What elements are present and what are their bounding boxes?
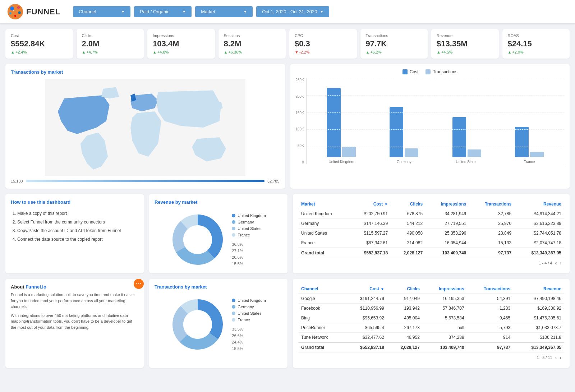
world-map-svg (11, 79, 280, 176)
kpi-sessions-change: ▲ +6.36% (224, 50, 281, 54)
kpi-revenue-arrow-icon: ▲ (437, 50, 441, 54)
col-channel: Channel (298, 284, 345, 294)
channel-table-panel: Channel Cost ▼ Clicks Impressions Transa… (293, 279, 570, 368)
logo-icon (7, 4, 23, 20)
revenue-by-market-title: Revenue by market (155, 199, 282, 205)
tx-pct-uk: 33.5% (232, 327, 266, 331)
kpi-sessions-value: 8.2M (224, 39, 281, 49)
col-transactions: Transactions (469, 199, 514, 209)
tx-donut-container: United Kingdom Germany United States Fra… (155, 298, 282, 351)
tx-donut-legend: United Kingdom Germany United States Fra… (232, 298, 266, 351)
kpi-clicks-label: Clicks (82, 33, 139, 38)
paid-organic-dropdown[interactable]: Paid / Organic ▼ (134, 6, 192, 17)
kpi-impressions-label: Impressions (153, 33, 210, 38)
table-row: Facebook $110,956.99 193,942 57,846,707 … (298, 304, 564, 313)
legend-cost-dot (402, 69, 408, 74)
channel-dropdown[interactable]: Channel ▼ (73, 6, 130, 17)
kpi-cost-change: ▲ +2.4% (11, 50, 68, 54)
col-transactions: Transactions (467, 284, 513, 294)
market-table-next-btn[interactable]: › (560, 260, 561, 266)
channel-table-prev-btn[interactable]: ‹ (555, 355, 557, 360)
funnel-io-link[interactable]: Funnel.io (26, 284, 46, 290)
more-options-button[interactable]: ··· (134, 279, 144, 289)
tx-donut-chart (171, 298, 225, 351)
kpi-cost: Cost $552.84K ▲ +2.4% (5, 29, 73, 59)
kpi-cost-value: $552.84K (11, 39, 68, 49)
kpi-roas-arrow-icon: ▲ (508, 50, 512, 54)
bar-label-us: United States (456, 160, 478, 164)
tx-legend-fr: France (232, 318, 266, 322)
kpi-revenue-value: $13.35M (437, 39, 493, 49)
market-table: Market Cost ▼ Clicks Impressions Transac… (298, 199, 564, 258)
how-to-step-1: Make a copy of this report (17, 209, 138, 218)
bar-label-uk: United Kingdom (328, 160, 354, 164)
map-panel-title: Transactions by market (11, 69, 280, 75)
svg-point-0 (8, 4, 23, 19)
donut-legend-de: Germany (232, 220, 266, 224)
kpi-sessions: Sessions 8.2M ▲ +6.36% (218, 29, 286, 59)
market-dropdown[interactable]: Market ▼ (195, 6, 253, 17)
date-arrow: ▼ (320, 10, 323, 14)
kpi-roas-change: ▲ +2.0% (508, 50, 565, 54)
bar-pair-de (390, 107, 418, 157)
svg-point-2 (17, 6, 20, 9)
bar-group-de: Germany (390, 107, 418, 164)
donut-legend: United Kingdom Germany United States Fra… (232, 213, 266, 266)
kpi-sessions-arrow-icon: ▲ (224, 50, 228, 54)
bar-de-transactions (405, 148, 418, 157)
y-axis: 250K 200K 150K 100K 50K 0 (296, 78, 306, 164)
market-table-prev-btn[interactable]: ‹ (555, 260, 557, 266)
bottom-row-2: ··· About Funnel.io Funnel is a marketin… (5, 279, 570, 368)
bar-pair-fr (515, 127, 544, 157)
kpi-transactions-arrow-icon: ▲ (366, 50, 370, 54)
col-impressions: Impressions (423, 284, 467, 294)
transactions-by-market-title: Transactions by market (155, 284, 282, 290)
bar-chart-panel: Cost Transactions 250K 200K 150K 100K 50… (290, 64, 570, 189)
col-cost[interactable]: Cost ▼ (349, 199, 391, 209)
logo: FUNNEL (7, 4, 60, 20)
svg-point-17 (183, 310, 212, 339)
main-content: Cost $552.84K ▲ +2.4% Clicks 2.0M ▲ +4.7… (0, 24, 575, 379)
kpi-transactions-label: Transactions (366, 33, 423, 38)
legend-cost: Cost (402, 69, 419, 74)
col-clicks: Clicks (387, 284, 423, 294)
donut-legend-fr: France (232, 233, 266, 237)
date-range-dropdown[interactable]: Oct 1, 2020 - Oct 31, 2020 ▼ (256, 6, 329, 17)
tx-de-dot (232, 305, 235, 309)
table-row: Germany $147,146.39 544,212 27,719,551 2… (298, 219, 564, 229)
revenue-donut-chart (171, 213, 225, 267)
bar-fr-transactions (530, 152, 544, 157)
bar-us-transactions (468, 149, 481, 157)
kpi-impressions: Impressions 103.4M ▲ +4.8% (147, 29, 215, 59)
header-dropdowns: Channel ▼ Paid / Organic ▼ Market ▼ Oct … (73, 6, 568, 17)
tx-uk-dot (232, 299, 235, 302)
tx-pct-us: 24.4% (232, 340, 266, 344)
how-to-title: How to use this dashboard (11, 199, 138, 205)
map-legend-bar (26, 180, 264, 182)
kpi-revenue: Revenue $13.35M ▲ +4.5% (431, 29, 499, 59)
about-panel: ··· About Funnel.io Funnel is a marketin… (5, 279, 144, 368)
svg-point-1 (10, 6, 14, 10)
kpi-roas-value: $24.15 (508, 39, 565, 49)
tx-pct-fr: 15.5% (232, 346, 266, 351)
market-grand-total-row: Grand total $552,837.18 2,028,127 103,40… (298, 248, 564, 258)
about-desc-2: With integrations to over 450 marketing … (11, 313, 138, 331)
donut-container: United Kingdom Germany United States Fra… (155, 213, 282, 267)
bar-label-fr: France (524, 160, 535, 164)
revenue-by-market-panel: Revenue by market United Kingdo (149, 194, 288, 273)
map-legend-min: 15,133 (11, 179, 23, 183)
chart-legend: Cost Transactions (296, 69, 565, 74)
channel-table-next-btn[interactable]: › (560, 355, 561, 360)
grid-line-200k (307, 95, 564, 96)
tx-legend-de: Germany (232, 305, 266, 309)
market-table-body: United Kingdom $202,750.91 678,875 34,28… (298, 209, 564, 258)
tx-us-dot (232, 312, 235, 315)
donut-legend-uk: United Kingdom (232, 213, 266, 218)
col-cost[interactable]: Cost ▼ (345, 284, 387, 294)
col-impressions: Impressions (426, 199, 469, 209)
col-revenue: Revenue (513, 284, 564, 294)
grid-line-50k (307, 147, 564, 147)
how-to-step-2: Select Funnel from the community connect… (17, 218, 138, 226)
how-to-panel: How to use this dashboard Make a copy of… (5, 194, 144, 273)
map-legend: 15,133 32,785 (11, 179, 280, 183)
